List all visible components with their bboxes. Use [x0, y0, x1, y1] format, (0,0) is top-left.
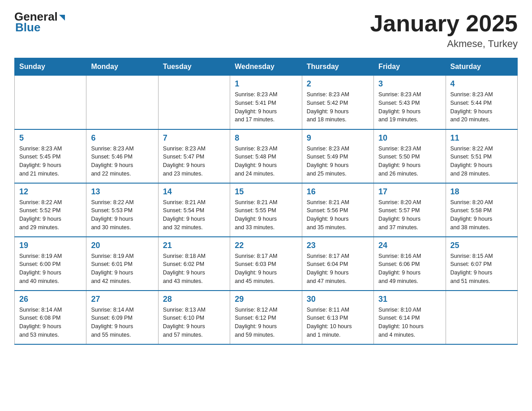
calendar-cell: 26Sunrise: 8:14 AMSunset: 6:08 PMDayligh… — [15, 291, 86, 344]
calendar-subtitle: Akmese, Turkey — [370, 38, 518, 50]
calendar-cell: 19Sunrise: 8:19 AMSunset: 6:00 PMDayligh… — [15, 237, 86, 291]
day-info: Sunrise: 8:11 AMSunset: 6:13 PMDaylight:… — [307, 306, 370, 339]
calendar-cell: 9Sunrise: 8:23 AMSunset: 5:49 PMDaylight… — [302, 129, 373, 183]
weekday-header-wednesday: Wednesday — [230, 58, 302, 76]
day-info: Sunrise: 8:21 AMSunset: 5:54 PMDaylight:… — [163, 198, 226, 232]
day-info: Sunrise: 8:22 AMSunset: 5:51 PMDaylight:… — [450, 145, 514, 178]
day-info: Sunrise: 8:20 AMSunset: 5:57 PMDaylight:… — [378, 198, 442, 232]
day-info: Sunrise: 8:23 AMSunset: 5:49 PMDaylight:… — [307, 145, 370, 178]
day-info: Sunrise: 8:23 AMSunset: 5:41 PMDaylight:… — [235, 90, 298, 124]
day-number: 12 — [19, 187, 82, 197]
day-number: 6 — [91, 133, 154, 143]
calendar-cell: 16Sunrise: 8:21 AMSunset: 5:56 PMDayligh… — [302, 183, 373, 237]
header: General Blue January 2025 Akmese, Turkey — [14, 11, 518, 50]
day-info: Sunrise: 8:23 AMSunset: 5:47 PMDaylight:… — [163, 145, 226, 178]
calendar-cell: 4Sunrise: 8:23 AMSunset: 5:44 PMDaylight… — [446, 76, 517, 129]
weekday-header-saturday: Saturday — [446, 58, 517, 76]
calendar-cell: 5Sunrise: 8:23 AMSunset: 5:45 PMDaylight… — [15, 129, 86, 183]
day-info: Sunrise: 8:23 AMSunset: 5:48 PMDaylight:… — [235, 145, 298, 178]
day-number: 7 — [163, 133, 226, 143]
calendar-cell: 23Sunrise: 8:17 AMSunset: 6:04 PMDayligh… — [302, 237, 373, 291]
day-number: 30 — [307, 295, 370, 304]
page: General Blue January 2025 Akmese, Turkey… — [0, 0, 532, 359]
weekday-header-friday: Friday — [374, 58, 446, 76]
calendar-cell: 6Sunrise: 8:23 AMSunset: 5:46 PMDaylight… — [86, 129, 158, 183]
day-number: 23 — [307, 241, 370, 250]
day-info: Sunrise: 8:14 AMSunset: 6:09 PMDaylight:… — [91, 306, 154, 339]
calendar-cell: 22Sunrise: 8:17 AMSunset: 6:03 PMDayligh… — [230, 237, 302, 291]
day-number: 25 — [450, 241, 514, 250]
day-number: 21 — [163, 241, 226, 250]
day-number: 10 — [378, 133, 442, 143]
calendar-cell: 10Sunrise: 8:23 AMSunset: 5:50 PMDayligh… — [374, 129, 446, 183]
weekday-header-sunday: Sunday — [15, 58, 86, 76]
calendar-cell: 27Sunrise: 8:14 AMSunset: 6:09 PMDayligh… — [86, 291, 158, 344]
day-info: Sunrise: 8:17 AMSunset: 6:04 PMDaylight:… — [307, 252, 370, 286]
calendar-cell: 11Sunrise: 8:22 AMSunset: 5:51 PMDayligh… — [446, 129, 517, 183]
week-row-2: 5Sunrise: 8:23 AMSunset: 5:45 PMDaylight… — [15, 129, 518, 183]
calendar-cell: 29Sunrise: 8:12 AMSunset: 6:12 PMDayligh… — [230, 291, 302, 344]
day-info: Sunrise: 8:23 AMSunset: 5:46 PMDaylight:… — [91, 145, 154, 178]
day-number: 17 — [378, 187, 442, 197]
logo-arrow-icon — [59, 15, 65, 21]
weekday-header-thursday: Thursday — [302, 58, 373, 76]
calendar-cell: 13Sunrise: 8:22 AMSunset: 5:53 PMDayligh… — [86, 183, 158, 237]
calendar-cell — [15, 76, 86, 129]
calendar-cell: 1Sunrise: 8:23 AMSunset: 5:41 PMDaylight… — [230, 76, 302, 129]
calendar-cell — [158, 76, 230, 129]
calendar-cell: 21Sunrise: 8:18 AMSunset: 6:02 PMDayligh… — [158, 237, 230, 291]
day-info: Sunrise: 8:22 AMSunset: 5:52 PMDaylight:… — [19, 198, 82, 232]
day-info: Sunrise: 8:23 AMSunset: 5:45 PMDaylight:… — [19, 145, 82, 178]
calendar-cell: 28Sunrise: 8:13 AMSunset: 6:10 PMDayligh… — [158, 291, 230, 344]
day-number: 29 — [235, 295, 298, 304]
calendar-table: SundayMondayTuesdayWednesdayThursdayFrid… — [14, 58, 518, 345]
day-number: 5 — [19, 133, 82, 143]
calendar-cell: 8Sunrise: 8:23 AMSunset: 5:48 PMDaylight… — [230, 129, 302, 183]
day-info: Sunrise: 8:19 AMSunset: 6:01 PMDaylight:… — [91, 252, 154, 286]
calendar-cell: 7Sunrise: 8:23 AMSunset: 5:47 PMDaylight… — [158, 129, 230, 183]
day-number: 22 — [235, 241, 298, 250]
day-info: Sunrise: 8:23 AMSunset: 5:43 PMDaylight:… — [378, 90, 442, 124]
day-info: Sunrise: 8:23 AMSunset: 5:42 PMDaylight:… — [307, 90, 370, 124]
calendar-cell: 31Sunrise: 8:10 AMSunset: 6:14 PMDayligh… — [374, 291, 446, 344]
day-number: 13 — [91, 187, 154, 197]
logo: General Blue — [14, 11, 65, 34]
day-number: 31 — [378, 295, 442, 304]
day-info: Sunrise: 8:14 AMSunset: 6:08 PMDaylight:… — [19, 306, 82, 339]
day-info: Sunrise: 8:10 AMSunset: 6:14 PMDaylight:… — [378, 306, 442, 339]
calendar-cell: 24Sunrise: 8:16 AMSunset: 6:06 PMDayligh… — [374, 237, 446, 291]
week-row-4: 19Sunrise: 8:19 AMSunset: 6:00 PMDayligh… — [15, 237, 518, 291]
weekday-header-tuesday: Tuesday — [158, 58, 230, 76]
day-number: 2 — [307, 79, 370, 89]
day-number: 28 — [163, 295, 226, 304]
day-number: 1 — [235, 79, 298, 89]
day-number: 4 — [450, 79, 514, 89]
day-info: Sunrise: 8:17 AMSunset: 6:03 PMDaylight:… — [235, 252, 298, 286]
day-info: Sunrise: 8:12 AMSunset: 6:12 PMDaylight:… — [235, 306, 298, 339]
week-row-5: 26Sunrise: 8:14 AMSunset: 6:08 PMDayligh… — [15, 291, 518, 344]
weekday-header-row: SundayMondayTuesdayWednesdayThursdayFrid… — [15, 58, 518, 76]
day-info: Sunrise: 8:13 AMSunset: 6:10 PMDaylight:… — [163, 306, 226, 339]
day-info: Sunrise: 8:16 AMSunset: 6:06 PMDaylight:… — [378, 252, 442, 286]
calendar-cell: 25Sunrise: 8:15 AMSunset: 6:07 PMDayligh… — [446, 237, 517, 291]
day-number: 27 — [91, 295, 154, 304]
calendar-cell — [86, 76, 158, 129]
calendar-cell: 14Sunrise: 8:21 AMSunset: 5:54 PMDayligh… — [158, 183, 230, 237]
day-info: Sunrise: 8:23 AMSunset: 5:50 PMDaylight:… — [378, 145, 442, 178]
day-info: Sunrise: 8:20 AMSunset: 5:58 PMDaylight:… — [450, 198, 514, 232]
calendar-cell: 18Sunrise: 8:20 AMSunset: 5:58 PMDayligh… — [446, 183, 517, 237]
day-info: Sunrise: 8:21 AMSunset: 5:56 PMDaylight:… — [307, 198, 370, 232]
day-info: Sunrise: 8:21 AMSunset: 5:55 PMDaylight:… — [235, 198, 298, 232]
day-number: 16 — [307, 187, 370, 197]
day-info: Sunrise: 8:15 AMSunset: 6:07 PMDaylight:… — [450, 252, 514, 286]
calendar-title: January 2025 — [370, 11, 518, 36]
day-info: Sunrise: 8:23 AMSunset: 5:44 PMDaylight:… — [450, 90, 514, 124]
week-row-3: 12Sunrise: 8:22 AMSunset: 5:52 PMDayligh… — [15, 183, 518, 237]
day-number: 19 — [19, 241, 82, 250]
day-info: Sunrise: 8:19 AMSunset: 6:00 PMDaylight:… — [19, 252, 82, 286]
day-info: Sunrise: 8:18 AMSunset: 6:02 PMDaylight:… — [163, 252, 226, 286]
calendar-cell: 30Sunrise: 8:11 AMSunset: 6:13 PMDayligh… — [302, 291, 373, 344]
title-block: January 2025 Akmese, Turkey — [370, 11, 518, 50]
week-row-1: 1Sunrise: 8:23 AMSunset: 5:41 PMDaylight… — [15, 76, 518, 129]
day-number: 14 — [163, 187, 226, 197]
